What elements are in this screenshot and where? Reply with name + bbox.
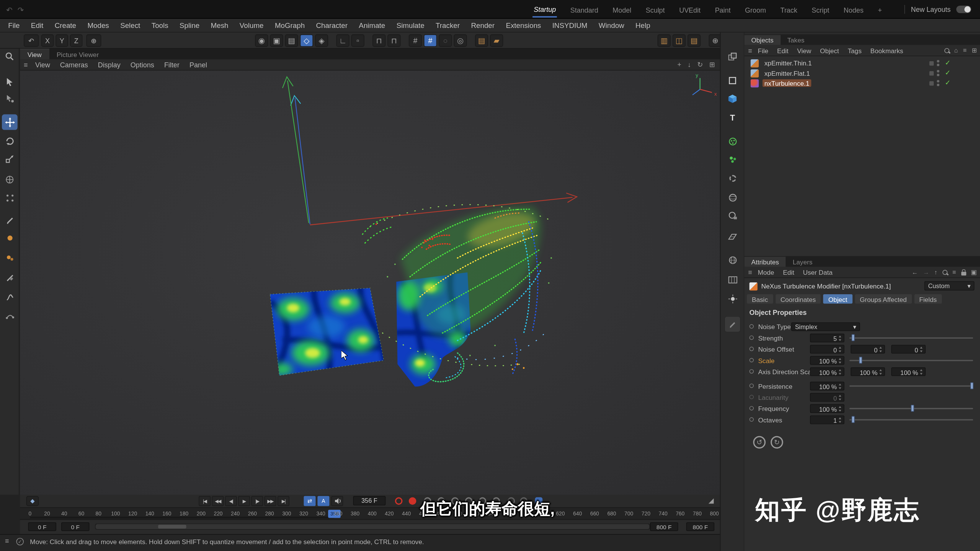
slider-knob[interactable] bbox=[911, 405, 914, 412]
keyframe-dot-icon[interactable] bbox=[750, 358, 754, 362]
rotate-tool[interactable] bbox=[2, 133, 18, 149]
menu-item[interactable]: Edit bbox=[25, 21, 49, 29]
tab-picture-viewer[interactable]: Picture Viewer bbox=[49, 49, 106, 59]
persistence-slider[interactable] bbox=[849, 382, 973, 390]
light-icon[interactable] bbox=[724, 290, 740, 306]
axis-scale-z-field[interactable]: 100 % bbox=[891, 367, 926, 376]
viewport-canvas[interactable]: y x bbox=[20, 70, 720, 495]
undo-button[interactable]: ↶ bbox=[24, 34, 39, 47]
snap-points-tool[interactable] bbox=[2, 190, 18, 205]
timeline-palette-button[interactable]: ▥ bbox=[658, 34, 671, 47]
preview-start-field[interactable]: 0 F bbox=[61, 522, 89, 531]
noise-offset-y-field[interactable]: 0 bbox=[851, 345, 885, 354]
layout-tab-nodes[interactable]: Nodes bbox=[843, 2, 865, 17]
minimize-view-icon[interactable]: ↓ bbox=[688, 60, 691, 68]
transport-button[interactable]: ▶ bbox=[238, 496, 250, 506]
menu-item[interactable]: Tools bbox=[146, 21, 174, 29]
loop-playback-button[interactable]: ⇄ bbox=[304, 496, 315, 506]
search-icon[interactable] bbox=[944, 48, 949, 53]
axis-mode-button[interactable]: ∟ bbox=[336, 34, 349, 47]
reset-values-icon[interactable]: ↺ bbox=[753, 436, 766, 449]
magnet-button[interactable]: ⊓ bbox=[372, 34, 385, 47]
persistence-field[interactable]: 100 % bbox=[810, 382, 844, 391]
menu-item[interactable]: INSYDIUM bbox=[547, 21, 593, 29]
history-forward-icon[interactable]: → bbox=[923, 269, 929, 276]
set-keyframe-button[interactable]: ◆ bbox=[26, 496, 39, 506]
viewport-menu-item[interactable]: Display bbox=[93, 61, 126, 68]
axis-scale-y-field[interactable]: 100 % bbox=[851, 367, 885, 376]
menu-item[interactable]: Modes bbox=[82, 21, 115, 29]
tweak-tool[interactable] bbox=[2, 91, 18, 106]
timeline-expand-icon[interactable]: ◢ bbox=[709, 497, 714, 505]
layout-tab-startup[interactable]: Startup bbox=[532, 1, 557, 17]
cluster-icon[interactable] bbox=[724, 151, 740, 167]
slider-knob[interactable] bbox=[851, 334, 854, 341]
simulate-button[interactable]: ▤ bbox=[475, 34, 488, 47]
viewport-menu-item[interactable]: Panel bbox=[185, 61, 212, 68]
viewport-menu-item[interactable]: Options bbox=[126, 61, 159, 68]
layout-grid-icon[interactable]: ⊞ bbox=[972, 47, 977, 54]
visibility-dots-icon[interactable] bbox=[937, 80, 939, 86]
keyframe-dot-icon[interactable] bbox=[750, 324, 754, 328]
filter-icon[interactable]: ≡ bbox=[963, 47, 967, 54]
object-name[interactable]: xpEmitter.Thin.1 bbox=[763, 59, 814, 67]
paint-tool[interactable] bbox=[2, 230, 18, 246]
menu-item[interactable]: Render bbox=[466, 21, 500, 29]
tab-layers[interactable]: Layers bbox=[786, 257, 819, 267]
sculpt-tool[interactable] bbox=[2, 308, 18, 324]
slider-knob[interactable] bbox=[851, 416, 854, 423]
frequency-slider[interactable] bbox=[849, 405, 973, 412]
menu-item[interactable]: Select bbox=[114, 21, 146, 29]
noise-offset-z-field[interactable]: 0 bbox=[891, 345, 926, 354]
strength-slider[interactable] bbox=[849, 334, 973, 342]
objects-menu-item[interactable]: File bbox=[753, 47, 773, 54]
tab-takes[interactable]: Takes bbox=[781, 35, 812, 45]
tab-view[interactable]: View bbox=[20, 49, 49, 59]
spinner-icon[interactable] bbox=[920, 347, 924, 352]
add-layout-button[interactable]: + bbox=[877, 2, 883, 17]
enabled-check-icon[interactable]: ✓ bbox=[945, 69, 951, 77]
view-history-icon[interactable]: ↻ bbox=[697, 60, 703, 68]
objects-menu-item[interactable]: Object bbox=[816, 47, 843, 54]
visibility-dots-icon[interactable] bbox=[937, 60, 939, 66]
refresh-values-icon[interactable]: ↻ bbox=[771, 436, 783, 449]
viewport-menu-item[interactable]: Filter bbox=[159, 61, 185, 68]
transport-button[interactable]: |▶ bbox=[251, 496, 263, 506]
layout-tab-model[interactable]: Model bbox=[611, 2, 632, 17]
menu-item[interactable]: Character bbox=[310, 21, 353, 29]
toggle-views-icon[interactable]: ⊞ bbox=[709, 60, 715, 68]
render-settings-button[interactable]: ▤ bbox=[285, 34, 298, 47]
objects-menu-item[interactable]: View bbox=[793, 47, 816, 54]
menu-item[interactable]: MoGraph bbox=[269, 21, 310, 29]
popout-icon[interactable]: ▣ bbox=[971, 269, 977, 276]
layout-tab-track[interactable]: Track bbox=[779, 2, 799, 17]
keyframe-dot-icon[interactable] bbox=[750, 406, 754, 410]
tab-object[interactable]: Object bbox=[823, 294, 853, 303]
axis-tool[interactable] bbox=[2, 172, 18, 187]
keyframe-dot-icon[interactable] bbox=[750, 395, 754, 399]
object-row-nxturbulence[interactable]: nxTurbulence.1 ✓ bbox=[744, 78, 980, 88]
list-icon[interactable]: ≡ bbox=[952, 269, 956, 276]
edit-pencil-icon[interactable] bbox=[724, 316, 740, 332]
keyframe-dot-icon[interactable] bbox=[750, 417, 754, 422]
range-end-field[interactable]: 800 F bbox=[686, 522, 714, 531]
gear-icon[interactable] bbox=[724, 170, 740, 186]
menu-item[interactable]: Tracker bbox=[430, 21, 465, 29]
hamburger-icon[interactable]: ≡ bbox=[748, 268, 752, 276]
menu-item[interactable]: Create bbox=[49, 21, 82, 29]
axis-z-lock-button[interactable]: Z bbox=[70, 34, 83, 47]
axis-y-lock-button[interactable]: Y bbox=[56, 34, 68, 47]
strength-field[interactable]: 5 bbox=[810, 334, 844, 342]
home-icon[interactable]: ⌂ bbox=[954, 47, 958, 54]
viewport-menu-item[interactable]: Cameras bbox=[55, 61, 93, 68]
spinner-icon[interactable] bbox=[838, 347, 842, 352]
layout-tab-standard[interactable]: Standard bbox=[569, 2, 599, 17]
transport-button[interactable]: ◀◀ bbox=[212, 496, 224, 506]
cube-icon[interactable] bbox=[724, 91, 740, 107]
spinner-icon[interactable] bbox=[838, 406, 842, 412]
menu-item[interactable]: Simulate bbox=[391, 21, 430, 29]
octaves-field[interactable]: 1 bbox=[810, 416, 844, 424]
spinner-icon[interactable] bbox=[838, 358, 842, 364]
lacunarity-field[interactable]: 0 bbox=[810, 393, 844, 402]
scene-nodes-icon[interactable] bbox=[724, 49, 740, 65]
